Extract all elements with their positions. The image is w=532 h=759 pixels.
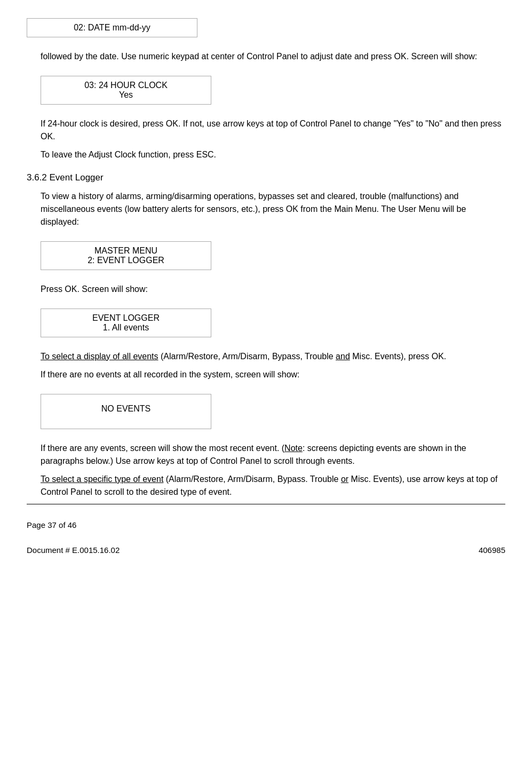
- screen3-line2: 2: EVENT LOGGER: [50, 256, 202, 265]
- footer-doc-label: Document # E.0015.16.02: [27, 545, 120, 555]
- paragraph-3: To leave the Adjust Clock function, pres…: [41, 148, 505, 161]
- para6-link: To select a display of all events: [41, 352, 158, 361]
- footer-doc-number: 406985: [479, 545, 505, 555]
- paragraph-7: If there are no events at all recorded i…: [41, 368, 505, 381]
- footer-doc: Document # E.0015.16.02 406985: [27, 545, 505, 555]
- paragraph-8: If there are any events, screen will sho…: [41, 442, 505, 468]
- paragraph-1: followed by the date. Use numeric keypad…: [41, 50, 505, 63]
- screen-box-3: MASTER MENU 2: EVENT LOGGER: [41, 241, 211, 270]
- para9-link: To select a specific type of event: [41, 475, 163, 484]
- para9-text2: (Alarm/Restore, Arm/Disarm, Bypass. Trou…: [163, 475, 341, 484]
- para6-text2: (Alarm/Restore, Arm/Disarm, Bypass, Trou…: [158, 352, 336, 361]
- paragraph-4: To view a history of alarms, arming/disa…: [41, 190, 505, 228]
- screen-box-5: NO EVENTS: [41, 394, 211, 429]
- screen-box-4: EVENT LOGGER 1. All events: [41, 309, 211, 337]
- footer-page-label: Page 37 of 46: [27, 520, 76, 529]
- paragraph-2: If 24-hour clock is desired, press OK. I…: [41, 117, 505, 143]
- para9-or: or: [341, 475, 348, 484]
- screen4-line2: 1. All events: [50, 323, 202, 333]
- footer: Page 37 of 46: [27, 520, 505, 529]
- para6-and: and: [336, 352, 350, 361]
- paragraph-9: To select a specific type of event (Alar…: [41, 473, 505, 499]
- para8-note: Note: [284, 444, 303, 453]
- screen5-line1: NO EVENTS: [101, 404, 150, 413]
- paragraph-5: Press OK. Screen will show:: [41, 283, 505, 296]
- para6-text3: Misc. Events), press OK.: [350, 352, 446, 361]
- screen-box-2: 03: 24 HOUR CLOCK Yes: [41, 76, 211, 105]
- para8-text1: If there are any events, screen will sho…: [41, 444, 284, 453]
- screen1-line1: 02: DATE mm-dd-yy: [36, 23, 188, 33]
- footer-divider: [27, 504, 505, 504]
- screen4-line1: EVENT LOGGER: [50, 313, 202, 323]
- section-heading-362: 3.6.2 Event Logger: [27, 171, 505, 185]
- screen2-line2: Yes: [50, 90, 202, 100]
- screen-box-1: 02: DATE mm-dd-yy: [27, 18, 197, 37]
- paragraph-6: To select a display of all events (Alarm…: [41, 350, 505, 363]
- screen3-line1: MASTER MENU: [50, 246, 202, 256]
- screen2-line1: 03: 24 HOUR CLOCK: [50, 81, 202, 90]
